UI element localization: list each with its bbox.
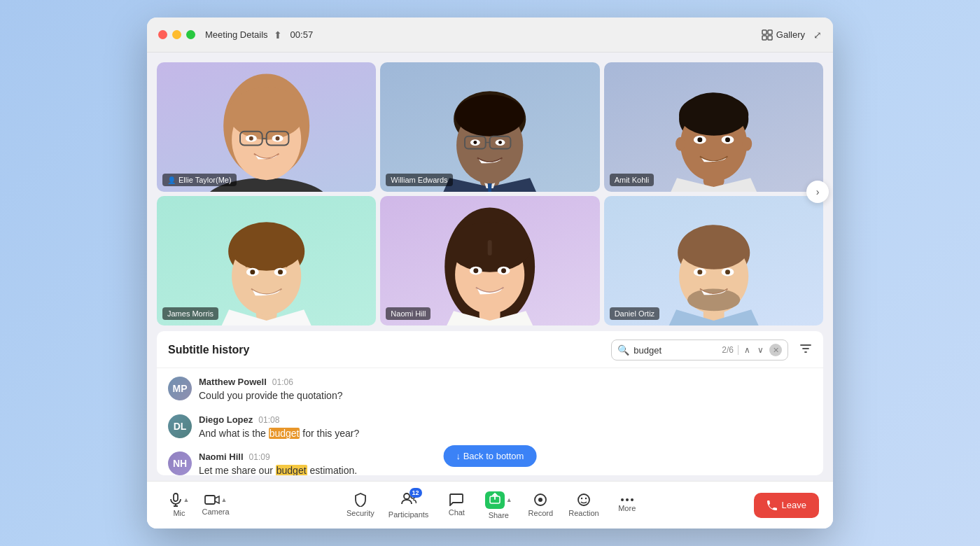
leave-button[interactable]: Leave bbox=[754, 493, 819, 518]
search-next-button[interactable]: ∨ bbox=[756, 344, 765, 356]
video-cell-p3[interactable]: Amit Kohli bbox=[604, 62, 823, 192]
toolbar-chat[interactable]: Chat bbox=[438, 493, 475, 517]
avatar-james: James Morris bbox=[157, 196, 376, 326]
filter-icon bbox=[799, 342, 812, 355]
participants-label: Participants bbox=[388, 510, 428, 519]
svg-point-61 bbox=[697, 270, 702, 274]
toolbar-mic[interactable]: ▲ Mic bbox=[161, 493, 197, 517]
video-area: 👤 Ellie Taylor(Me) bbox=[147, 52, 833, 331]
record-icon-group bbox=[533, 493, 547, 507]
message-row-m1: MP Matthew Powell 01:06 Could you provid… bbox=[168, 377, 812, 403]
minimize-button[interactable] bbox=[172, 30, 181, 39]
share-label: Share bbox=[489, 511, 509, 519]
fullscreen-icon[interactable]: ⤢ bbox=[813, 29, 822, 41]
search-icon: 🔍 bbox=[617, 344, 629, 356]
svg-point-71 bbox=[538, 498, 542, 502]
toolbar-share[interactable]: ▲ Share bbox=[480, 491, 517, 519]
svg-point-36 bbox=[742, 137, 752, 151]
chat-label: Chat bbox=[449, 508, 465, 517]
svg-point-25 bbox=[474, 141, 477, 144]
video-cell-p6[interactable]: Daniel Ortiz bbox=[604, 196, 823, 326]
svg-point-77 bbox=[631, 498, 634, 501]
mic-icon-group: ▲ bbox=[169, 493, 190, 507]
person-svg-p5 bbox=[380, 196, 599, 326]
person-svg-p6 bbox=[604, 196, 823, 326]
camera-icon-group: ▲ bbox=[204, 494, 227, 505]
share-chevron: ▲ bbox=[506, 496, 512, 503]
toolbar-participants[interactable]: 12 Participants bbox=[384, 492, 433, 519]
subtitle-section: Subtitle history 🔍 2/6 ∧ ∨ ✕ bbox=[157, 331, 823, 475]
search-divider bbox=[738, 345, 738, 355]
svg-point-43 bbox=[250, 270, 255, 274]
grid-icon bbox=[762, 29, 773, 41]
toolbar-more[interactable]: More bbox=[609, 498, 645, 512]
gallery-label: Gallery bbox=[776, 29, 805, 40]
search-clear-button[interactable]: ✕ bbox=[769, 344, 782, 356]
chat-icon-group bbox=[449, 493, 463, 506]
msg-time-m2: 01:08 bbox=[258, 415, 279, 425]
back-to-bottom-button[interactable]: ↓ Back to bottom bbox=[444, 445, 537, 467]
toolbar-security[interactable]: Security bbox=[342, 493, 379, 517]
svg-point-15 bbox=[276, 136, 280, 141]
name-tag-p5: Naomi Hill bbox=[386, 307, 430, 320]
video-cell-p1[interactable]: 👤 Ellie Taylor(Me) bbox=[157, 62, 376, 192]
gallery-button[interactable]: Gallery bbox=[762, 29, 805, 41]
mic-chevron: ▲ bbox=[183, 496, 190, 503]
share-icon-group: ▲ bbox=[485, 491, 512, 509]
filter-button[interactable] bbox=[799, 342, 812, 358]
svg-point-33 bbox=[697, 137, 702, 142]
msg-text-after-m3: estimation. bbox=[307, 465, 358, 475]
search-input[interactable] bbox=[634, 345, 718, 356]
search-prev-button[interactable]: ∧ bbox=[743, 344, 752, 356]
toolbar-right: Leave bbox=[754, 493, 819, 518]
svg-point-44 bbox=[278, 270, 283, 274]
svg-rect-2 bbox=[762, 36, 766, 40]
share-icon[interactable]: ⬆ bbox=[274, 29, 282, 41]
avatar-ellie: 👤 Ellie Taylor(Me) bbox=[157, 62, 376, 192]
more-icon-group bbox=[620, 498, 634, 502]
maximize-button[interactable] bbox=[186, 30, 195, 39]
svg-point-72 bbox=[578, 494, 589, 505]
svg-point-58 bbox=[687, 288, 740, 311]
msg-text-before-m3: Let me share our bbox=[199, 465, 276, 475]
phone-icon bbox=[766, 500, 778, 511]
search-box: 🔍 2/6 ∧ ∨ ✕ bbox=[611, 340, 788, 360]
name-tag-p6: Daniel Ortiz bbox=[610, 307, 659, 320]
meeting-title: Meeting Details bbox=[205, 29, 268, 40]
avatar-naomi: Naomi Hill bbox=[380, 196, 599, 326]
back-to-bottom-label: ↓ Back to bottom bbox=[456, 451, 524, 461]
toolbar-record[interactable]: Record bbox=[522, 493, 559, 517]
leave-label: Leave bbox=[782, 500, 806, 510]
svg-point-52 bbox=[474, 268, 479, 273]
close-button[interactable] bbox=[158, 30, 167, 39]
name-tag-p4: James Morris bbox=[162, 307, 218, 320]
search-counter: 2/6 bbox=[722, 345, 734, 355]
avatar-amit: Amit Kohli bbox=[604, 62, 823, 192]
more-label: More bbox=[618, 504, 636, 512]
svg-point-30 bbox=[679, 94, 748, 135]
toolbar-camera[interactable]: ▲ Camera bbox=[197, 494, 234, 516]
toolbar-left: ▲ Mic ▲ Camera bbox=[161, 493, 234, 517]
message-row-m2: DL Diego Lopez 01:08 And what is the bud… bbox=[168, 414, 812, 441]
toolbar-reaction[interactable]: Reaction bbox=[564, 493, 603, 517]
svg-rect-66 bbox=[205, 496, 215, 504]
video-cell-p5[interactable]: Naomi Hill bbox=[380, 196, 599, 326]
svg-point-26 bbox=[498, 141, 502, 144]
security-icon-group bbox=[354, 493, 367, 507]
svg-rect-3 bbox=[768, 36, 772, 40]
msg-text-m1: Could you provide the quotation? bbox=[199, 389, 812, 403]
person-svg-p2 bbox=[380, 62, 599, 192]
camera-chevron: ▲ bbox=[221, 496, 227, 503]
toolbar: ▲ Mic ▲ Camera bbox=[147, 481, 833, 528]
svg-point-19 bbox=[455, 94, 524, 136]
next-page-button[interactable]: › bbox=[806, 181, 829, 203]
security-label: Security bbox=[346, 509, 374, 517]
msg-highlight-m3: budget bbox=[276, 465, 307, 475]
reaction-icon bbox=[577, 493, 591, 507]
avatar-william: William Edwards bbox=[380, 62, 599, 192]
reaction-label: Reaction bbox=[568, 509, 598, 517]
svg-point-14 bbox=[249, 136, 253, 141]
titlebar-right: Gallery ⤢ bbox=[762, 29, 822, 41]
video-cell-p4[interactable]: James Morris bbox=[157, 196, 376, 326]
video-cell-p2[interactable]: William Edwards bbox=[380, 62, 599, 192]
